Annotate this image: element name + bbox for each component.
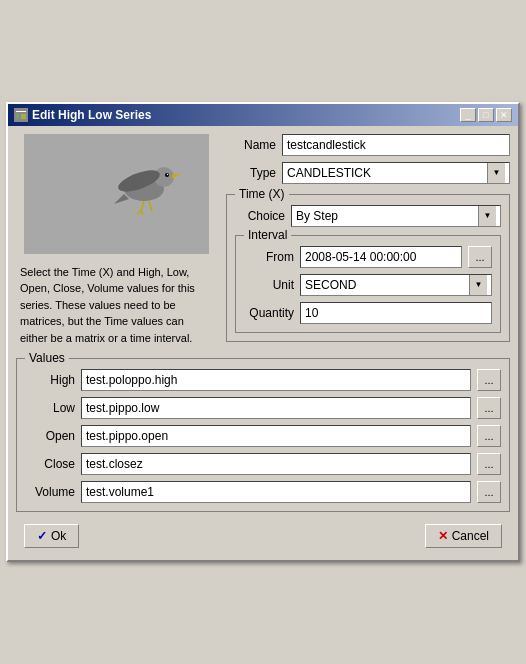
svg-line-14 [141, 211, 143, 215]
quantity-input[interactable] [300, 302, 492, 324]
values-label: Values [25, 351, 69, 365]
footer: ✓ Ok ✕ Cancel [16, 520, 510, 552]
maximize-button[interactable]: □ [478, 108, 494, 122]
unit-row: Unit SECOND ▼ [244, 274, 492, 296]
top-section: Select the Time (X) and High, Low, Open,… [16, 134, 510, 351]
ok-button[interactable]: ✓ Ok [24, 524, 79, 548]
svg-line-11 [141, 201, 144, 211]
type-row: Type CANDLESTICK ▼ [226, 162, 510, 184]
type-combo[interactable]: CANDLESTICK ▼ [282, 162, 510, 184]
interval-content: From ... Unit SECOND ▼ [244, 246, 492, 324]
open-row: Open ... [25, 425, 501, 447]
open-input[interactable] [81, 425, 471, 447]
time-group: Time (X) Choice By Step ▼ Interva [226, 194, 510, 342]
values-content: High ... Low ... Open ... [25, 369, 501, 503]
low-label: Low [25, 401, 75, 415]
close-label: Close [25, 457, 75, 471]
close-input[interactable] [81, 453, 471, 475]
ok-label: Ok [51, 529, 66, 543]
description: Select the Time (X) and High, Low, Open,… [16, 260, 216, 351]
close-browse-button[interactable]: ... [477, 453, 501, 475]
volume-row: Volume ... [25, 481, 501, 503]
svg-rect-3 [21, 114, 26, 119]
title-bar: Edit High Low Series _ □ ✕ [8, 104, 518, 126]
window-body: Select the Time (X) and High, Low, Open,… [8, 126, 518, 561]
choice-value: By Step [296, 209, 478, 223]
high-row: High ... [25, 369, 501, 391]
volume-label: Volume [25, 485, 75, 499]
high-label: High [25, 373, 75, 387]
close-row: Close ... [25, 453, 501, 475]
bird-illustration [99, 139, 189, 219]
minimize-button[interactable]: _ [460, 108, 476, 122]
name-input[interactable] [282, 134, 510, 156]
title-bar-left: Edit High Low Series [14, 108, 151, 122]
open-label: Open [25, 429, 75, 443]
name-label: Name [226, 138, 276, 152]
dialog-window: Edit High Low Series _ □ ✕ [6, 102, 520, 563]
type-combo-arrow: ▼ [487, 163, 505, 183]
quantity-row: Quantity [244, 302, 492, 324]
unit-combo[interactable]: SECOND ▼ [300, 274, 492, 296]
volume-input[interactable] [81, 481, 471, 503]
svg-rect-2 [16, 114, 19, 119]
time-group-content: Choice By Step ▼ Interval [235, 205, 501, 333]
quantity-label: Quantity [244, 306, 294, 320]
from-input[interactable] [300, 246, 462, 268]
close-button[interactable]: ✕ [496, 108, 512, 122]
from-browse-button[interactable]: ... [468, 246, 492, 268]
from-row: From ... [244, 246, 492, 268]
time-group-label: Time (X) [235, 187, 289, 201]
name-row: Name [226, 134, 510, 156]
interval-group: Interval From ... Unit [235, 235, 501, 333]
choice-row: Choice By Step ▼ [235, 205, 501, 227]
cancel-label: Cancel [452, 529, 489, 543]
window-title: Edit High Low Series [32, 108, 151, 122]
high-input[interactable] [81, 369, 471, 391]
svg-point-9 [165, 173, 169, 177]
bird-image [24, 134, 209, 254]
interval-label: Interval [244, 228, 291, 242]
choice-combo[interactable]: By Step ▼ [291, 205, 501, 227]
cancel-x-icon: ✕ [438, 529, 448, 543]
svg-rect-1 [16, 111, 26, 112]
left-panel: Select the Time (X) and High, Low, Open,… [16, 134, 216, 351]
volume-browse-button[interactable]: ... [477, 481, 501, 503]
right-panel: Name Type CANDLESTICK ▼ Time (X) [226, 134, 510, 351]
low-browse-button[interactable]: ... [477, 397, 501, 419]
unit-combo-arrow: ▼ [469, 275, 487, 295]
unit-label: Unit [244, 278, 294, 292]
cancel-button[interactable]: ✕ Cancel [425, 524, 502, 548]
title-buttons: _ □ ✕ [460, 108, 512, 122]
choice-label: Choice [235, 209, 285, 223]
svg-marker-8 [114, 194, 129, 204]
type-value: CANDLESTICK [287, 166, 487, 180]
unit-value: SECOND [305, 278, 469, 292]
low-row: Low ... [25, 397, 501, 419]
svg-line-12 [149, 201, 152, 211]
low-input[interactable] [81, 397, 471, 419]
high-browse-button[interactable]: ... [477, 369, 501, 391]
from-label: From [244, 250, 294, 264]
window-icon [14, 108, 28, 122]
open-browse-button[interactable]: ... [477, 425, 501, 447]
values-section: Values High ... Low ... Open [16, 358, 510, 512]
choice-combo-arrow: ▼ [478, 206, 496, 226]
svg-point-10 [166, 174, 167, 175]
ok-checkmark: ✓ [37, 529, 47, 543]
type-label: Type [226, 166, 276, 180]
